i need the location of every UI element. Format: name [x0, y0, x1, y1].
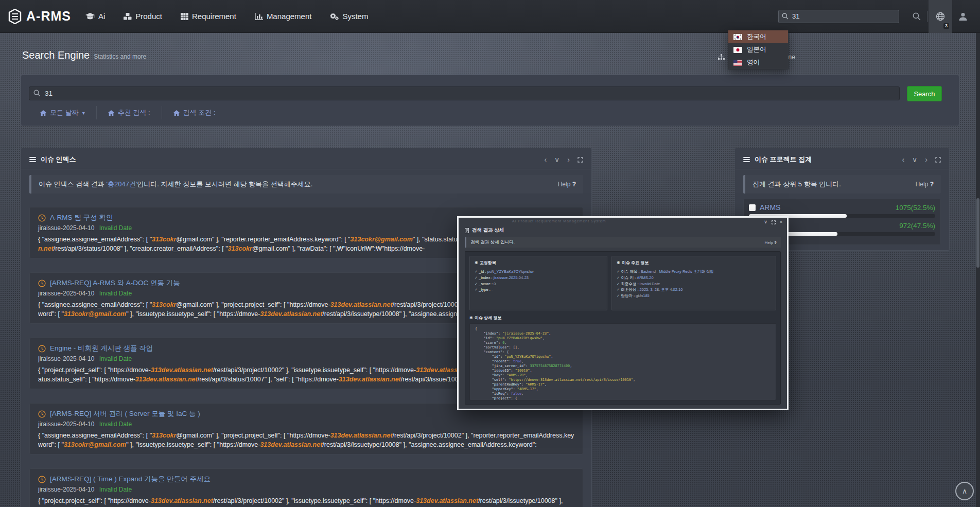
search-submit-button[interactable]: Search	[907, 86, 942, 101]
app-logo[interactable]: A-RMS	[8, 9, 71, 24]
close-icon[interactable]: ×	[780, 220, 782, 224]
result-count-link[interactable]: '총2047건'	[106, 180, 137, 188]
menu-item-ai[interactable]: Ai	[85, 12, 105, 21]
language-badge: 3	[943, 23, 949, 29]
nav-search-input[interactable]	[778, 10, 899, 23]
modal-key-rows: ✓이슈 제목 : Backend - Middle Proxy Redis 초기…	[617, 269, 771, 299]
modal-json: { "index": "jiraissue-2025-04-23", "id":…	[469, 323, 776, 400]
issue-title[interactable]: [ARMS-REQ] ( Time ) Expand 기능을 만들어 주세요	[50, 475, 211, 484]
language-option-label: 일본어	[747, 45, 766, 54]
language-option-label: 영어	[747, 58, 760, 67]
modal-title-row: 검색 결과 상세	[465, 227, 787, 234]
home-icon	[173, 110, 180, 116]
page-scrollbar[interactable]	[976, 0, 980, 507]
scroll-to-top-button[interactable]: ∧	[955, 482, 974, 500]
clock-icon	[38, 214, 46, 222]
graduation-cap-icon	[85, 13, 95, 20]
project-checkbox[interactable]	[749, 204, 756, 211]
project-aggregate-header: 이슈 프로젝트 집계 ‹ ∨ ›	[735, 148, 949, 169]
project-count: 972(47.5%)	[899, 222, 935, 230]
message-post: 입니다. 자세한 정보를 보시려면 해당 항목을 선택해주세요.	[137, 180, 312, 188]
filter-label: 모든 날짜	[50, 108, 79, 117]
panel-title-text: 이슈 프로젝트 집계	[755, 155, 812, 164]
menu-item-label: Product	[135, 12, 162, 21]
clock-icon	[38, 345, 46, 353]
filter-label: 추천 검색 :	[118, 108, 150, 117]
panel-title: 이슈 프로젝트 집계	[743, 155, 812, 164]
modal-body: ✱고정항목 ✓_id : puN_YZYBaKa7OYiqwshw✓_index…	[465, 251, 781, 405]
expand-icon[interactable]	[577, 157, 583, 163]
main-menu: Ai Product Requirement Management System	[85, 12, 369, 21]
menu-item-system[interactable]: System	[330, 12, 368, 21]
help-button[interactable]: Help ?	[764, 240, 777, 245]
language-button[interactable]: 3	[929, 0, 952, 33]
modal-card-row: ✓이슈 키 : ARMS-20	[617, 275, 771, 281]
next-icon[interactable]: ›	[925, 156, 927, 163]
search-field	[29, 86, 900, 100]
language-dropdown: 한국어 일본어 영어	[728, 30, 789, 69]
modal-card-row: ✓최종수정 : Invalid Date	[617, 281, 771, 287]
issue-title[interactable]: [ARMS-REQ] A-RMS 와 A-DOC 연동 기능	[50, 278, 180, 288]
cubes-icon	[124, 13, 132, 20]
menu-item-label: Management	[267, 12, 312, 21]
issue-index-name: jiraissue-2025-04-10	[38, 290, 94, 297]
prev-icon[interactable]: ‹	[544, 156, 547, 163]
modal-message: 검색 결과 상세 입니다. Help ?	[465, 237, 781, 248]
collapse-icon[interactable]: ∨	[554, 156, 559, 163]
document-icon	[465, 228, 469, 233]
project-label[interactable]: ARMS	[760, 203, 780, 212]
minimize-icon[interactable]: ∨	[764, 220, 767, 224]
issue-list-item[interactable]: [ARMS-REQ] ( Time ) Expand 기능을 만들어 주세요 j…	[29, 468, 583, 507]
issue-list-item[interactable]: [ARMS-REQ] 서버 관리 ( Server 모듈 및 IaC 등 ) j…	[29, 403, 583, 454]
next-icon[interactable]: ›	[567, 156, 570, 163]
logo-icon	[8, 9, 22, 24]
scrollbar-thumb[interactable]	[976, 198, 979, 268]
issue-title[interactable]: [ARMS-REQ] 서버 관리 ( Server 모듈 및 IaC 등 )	[50, 409, 200, 418]
prev-icon[interactable]: ‹	[902, 156, 904, 163]
issue-title[interactable]: Engine - 비회원 게시판 샘플 작업	[50, 344, 153, 353]
issue-index-name: jiraissue-2025-04-10	[38, 224, 94, 232]
aggregate-message-text: 집계 결과 상위 5 항목 입니다.	[752, 180, 841, 189]
card-title: ✱이슈 주요 정보	[617, 260, 771, 266]
search-filters: 모든 날짜 ▾ 추천 검색 : 검색 조건 :	[29, 106, 226, 119]
menu-item-product[interactable]: Product	[124, 12, 162, 21]
clock-icon	[38, 279, 46, 287]
issue-title[interactable]: A-RMS 팀 구성 확인	[50, 213, 113, 222]
search-input[interactable]	[29, 86, 900, 100]
search-button-icon[interactable]	[907, 12, 926, 21]
language-option-korean[interactable]: 한국어	[728, 30, 788, 43]
modal-card-row: ✓_type : -	[475, 287, 602, 293]
language-option-label: 한국어	[747, 32, 766, 41]
help-button[interactable]: Help ?	[916, 181, 934, 188]
filter-recommended-search[interactable]: 추천 검색 :	[96, 106, 162, 119]
asterisk-icon: ✱	[469, 316, 473, 320]
modal-controls: ∨ ×	[764, 220, 782, 224]
top-navbar: A-RMS Ai Product Requirement Management	[0, 0, 980, 33]
collapse-icon[interactable]: ∨	[912, 156, 917, 163]
expand-icon[interactable]	[935, 157, 941, 163]
list-icon	[29, 156, 36, 163]
language-option-english[interactable]: 영어	[728, 56, 788, 69]
issue-json: { "assignee.assignee_emailAddress": [ "3…	[38, 431, 574, 449]
logo-text: A-RMS	[26, 9, 71, 24]
search-icon	[33, 90, 41, 97]
expand-icon[interactable]	[772, 220, 776, 224]
modal-card-row: ✓이슈 제목 : Backend - Middle Proxy Redis 초기…	[617, 269, 771, 275]
panel-controls: ‹ ∨ ›	[544, 156, 583, 163]
asterisk-icon: ✱	[475, 260, 478, 265]
issue-index-name: jiraissue-2025-04-10	[38, 355, 94, 362]
menu-item-label: System	[342, 12, 368, 21]
gears-icon	[330, 13, 339, 20]
clock-icon	[38, 410, 46, 418]
filter-all-dates[interactable]: 모든 날짜 ▾	[29, 106, 96, 119]
language-option-japanese[interactable]: 일본어	[728, 43, 788, 56]
menu-item-management[interactable]: Management	[255, 12, 312, 21]
filter-search-condition[interactable]: 검색 조건 :	[162, 106, 227, 119]
message-pre: 이슈 인덱스 검색 결과	[39, 180, 106, 188]
user-icon[interactable]	[952, 12, 974, 21]
help-button[interactable]: Help ?	[558, 181, 576, 188]
us-flag-icon	[733, 60, 742, 66]
menu-item-requirement[interactable]: Requirement	[181, 12, 236, 21]
home-icon	[40, 110, 46, 116]
clock-icon	[38, 476, 46, 483]
